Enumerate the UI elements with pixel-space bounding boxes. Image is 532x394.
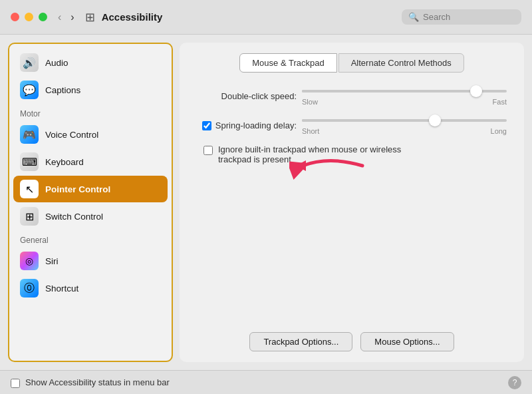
keyboard-icon: ⌨: [20, 152, 39, 171]
back-button[interactable]: ‹: [55, 10, 64, 25]
double-click-slow-label: Slow: [302, 98, 318, 106]
spring-loading-label-row: Spring-loading delay: Short Long: [197, 115, 507, 135]
sidebar: 🔊 Audio 💬 Captions Motor 🎮 Voice Control…: [8, 43, 173, 362]
sidebar-item-captions[interactable]: 💬 Captions: [13, 77, 168, 103]
tab-bar: Mouse & Trackpad Alternate Control Metho…: [190, 53, 513, 73]
main-content: 🔊 Audio 💬 Captions Motor 🎮 Voice Control…: [0, 35, 532, 370]
sidebar-item-siri[interactable]: ◎ Siri: [13, 248, 168, 274]
spring-loading-checkbox[interactable]: [202, 121, 211, 130]
captions-icon: 💬: [20, 81, 39, 99]
spring-loading-slider-wrapper[interactable]: [302, 115, 507, 126]
double-click-slider-container: Slow Fast: [302, 86, 507, 106]
ignore-trackpad-row: Ignore built-in trackpad when mouse or w…: [197, 144, 507, 164]
sidebar-item-pointer-control[interactable]: ↖ Pointer Control: [13, 176, 168, 202]
spring-loading-slider-container: Short Long: [302, 115, 507, 135]
siri-icon: ◎: [20, 252, 39, 270]
sidebar-item-switch-control[interactable]: ⊞ Switch Control: [13, 203, 168, 230]
voice-control-icon: 🎮: [20, 125, 39, 144]
status-bar-checkbox[interactable]: [11, 379, 20, 388]
sidebar-item-audio[interactable]: 🔊 Audio: [13, 49, 168, 76]
sidebar-label-siri: Siri: [45, 256, 59, 266]
spring-loading-short-label: Short: [302, 127, 319, 135]
search-bar[interactable]: 🔍: [402, 9, 521, 25]
double-click-slider-wrapper[interactable]: [302, 86, 507, 97]
settings-area: Double-click speed: Slow Fast: [190, 86, 513, 321]
search-input[interactable]: [423, 12, 516, 22]
spring-loading-slider-track: [302, 119, 507, 122]
mouse-options-button[interactable]: Mouse Options...: [360, 332, 454, 351]
shortcut-icon: ⓪: [20, 279, 39, 297]
spring-loading-slider-labels: Short Long: [302, 127, 507, 135]
right-panel: Mouse & Trackpad Alternate Control Metho…: [180, 43, 524, 362]
double-click-fast-label: Fast: [493, 98, 507, 106]
tab-alternate-control[interactable]: Alternate Control Methods: [338, 53, 464, 73]
double-click-slider-thumb[interactable]: [470, 85, 482, 97]
nav-arrows: ‹ ›: [55, 10, 77, 25]
status-checkbox-row: Show Accessibility status in menu bar: [11, 377, 170, 388]
section-motor: Motor: [13, 104, 168, 121]
window-title: Accessibility: [102, 11, 402, 23]
sidebar-item-voice-control[interactable]: 🎮 Voice Control: [13, 121, 168, 148]
search-icon: 🔍: [408, 12, 419, 22]
double-click-label: Double-click speed:: [197, 91, 297, 101]
sidebar-label-audio: Audio: [45, 58, 68, 68]
spring-loading-row: Spring-loading delay: Short Long: [197, 115, 507, 135]
spring-loading-slider-thumb[interactable]: [429, 114, 441, 126]
switch-control-icon: ⊞: [20, 207, 39, 226]
minimize-button[interactable]: [25, 13, 33, 21]
bottom-buttons: Trackpad Options... Mouse Options...: [190, 321, 513, 351]
section-general: General: [13, 230, 168, 248]
window-controls: [11, 13, 47, 21]
ignore-trackpad-checkbox[interactable]: [203, 146, 213, 155]
sidebar-label-captions: Captions: [45, 85, 80, 95]
sidebar-label-voice-control: Voice Control: [45, 130, 98, 140]
pointer-control-icon: ↖: [20, 180, 39, 198]
spring-loading-slider-fill: [302, 119, 435, 122]
titlebar: ‹ › ⊞ Accessibility 🔍: [0, 0, 532, 35]
sidebar-item-keyboard[interactable]: ⌨ Keyboard: [13, 148, 168, 175]
sidebar-label-switch-control: Switch Control: [45, 212, 103, 222]
sidebar-item-shortcut[interactable]: ⓪ Shortcut: [13, 275, 168, 301]
maximize-button[interactable]: [39, 13, 47, 21]
tab-mouse-trackpad[interactable]: Mouse & Trackpad: [239, 53, 336, 73]
grid-icon: ⊞: [85, 10, 95, 25]
close-button[interactable]: [11, 13, 19, 21]
double-click-slider-fill: [302, 90, 476, 93]
double-click-row: Double-click speed: Slow Fast: [197, 86, 507, 106]
help-button[interactable]: ?: [508, 376, 521, 389]
ignore-trackpad-label: Ignore built-in trackpad when mouse or w…: [218, 144, 431, 164]
status-bar: Show Accessibility status in menu bar ?: [0, 370, 532, 394]
sidebar-inner: 🔊 Audio 💬 Captions Motor 🎮 Voice Control…: [9, 44, 172, 361]
sidebar-label-keyboard: Keyboard: [45, 157, 84, 167]
forward-button[interactable]: ›: [68, 10, 76, 25]
audio-icon: 🔊: [20, 53, 39, 72]
trackpad-options-button[interactable]: Trackpad Options...: [249, 332, 352, 351]
status-bar-label: Show Accessibility status in menu bar: [25, 377, 170, 387]
spring-loading-long-label: Long: [491, 127, 507, 135]
double-click-slider-track: [302, 90, 507, 93]
spring-loading-label: Spring-loading delay:: [215, 120, 297, 130]
double-click-label-row: Double-click speed: Slow Fast: [197, 86, 507, 106]
sidebar-label-shortcut: Shortcut: [45, 284, 78, 294]
double-click-slider-labels: Slow Fast: [302, 98, 507, 106]
sidebar-label-pointer-control: Pointer Control: [45, 184, 110, 194]
